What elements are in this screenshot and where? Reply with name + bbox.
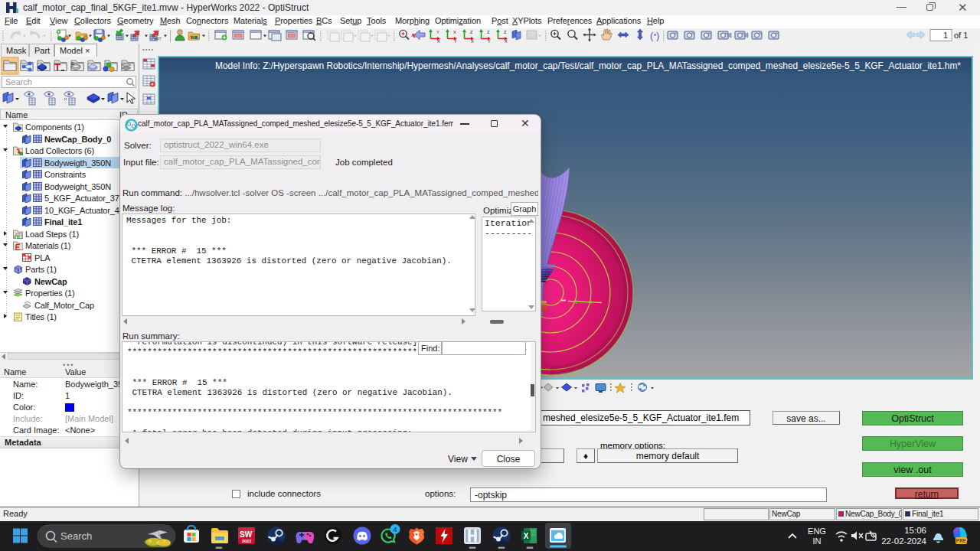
svg-text:1: 1 — [943, 31, 948, 40]
svg-text:SW: SW — [240, 530, 253, 539]
svg-text:Z: Z — [470, 30, 473, 34]
svg-text:2022: 2022 — [242, 539, 251, 543]
svg-text:Search: Search — [60, 530, 92, 542]
svg-text:Z: Z — [504, 30, 507, 34]
svg-text:22-02-2024: 22-02-2024 — [881, 536, 926, 546]
svg-text:X: X — [471, 39, 474, 44]
svg-text:X: X — [453, 30, 456, 34]
svg-text:ENG: ENG — [808, 527, 826, 536]
svg-text:X: X — [505, 39, 508, 44]
svg-text:of 1: of 1 — [954, 31, 968, 40]
svg-text:PRE: PRE — [956, 538, 967, 543]
svg-text:IN: IN — [813, 536, 822, 546]
svg-text:Y: Y — [436, 30, 439, 34]
svg-text:X: X — [524, 532, 529, 540]
svg-text:Z: Z — [487, 30, 490, 34]
svg-text:X: X — [437, 39, 440, 44]
svg-text:4: 4 — [393, 525, 397, 533]
svg-text:E: E — [71, 61, 74, 66]
svg-text:Y: Y — [454, 39, 457, 44]
svg-text:PPT: PPT — [155, 37, 162, 41]
svg-text:15:06: 15:06 — [904, 526, 926, 535]
svg-text:Y: Y — [488, 39, 491, 44]
